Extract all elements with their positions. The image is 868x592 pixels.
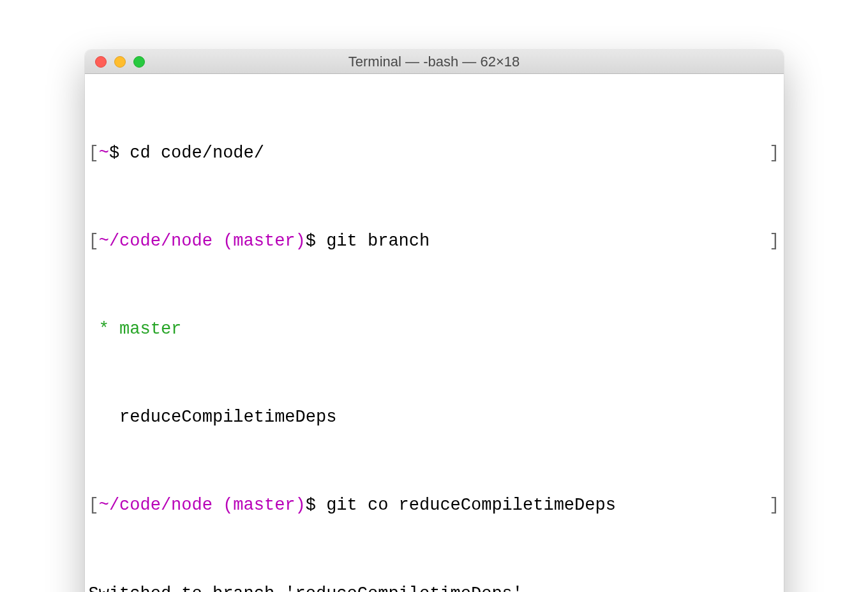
output-text: Switched to branch 'reduceCompiletimeDep… [89, 584, 523, 592]
command-text: git branch [326, 232, 430, 251]
titlebar[interactable]: Terminal — -bash — 62×18 [85, 50, 784, 74]
close-button[interactable] [95, 56, 107, 68]
minimize-button[interactable] [114, 56, 126, 68]
prompt-path: ~/code/node (master) [99, 232, 306, 251]
terminal-line: [~$ cd code/node/ ] [89, 142, 780, 165]
branch-indent [89, 408, 120, 427]
prompt-dollar: $ [109, 144, 130, 163]
prompt-bracket: ] [769, 230, 779, 253]
prompt-bracket: ] [769, 494, 779, 517]
terminal-line: * master [89, 318, 780, 341]
branch-current-marker: * [89, 320, 120, 339]
terminal-line: [~/code/node (master)$ git co reduceComp… [89, 494, 780, 517]
prompt-bracket: [ [89, 496, 99, 515]
prompt-dollar: $ [306, 496, 326, 515]
branch-name: reduceCompiletimeDeps [119, 408, 336, 427]
prompt-bracket: [ [89, 144, 99, 163]
prompt-dollar: $ [306, 232, 326, 251]
terminal-line: reduceCompiletimeDeps [89, 406, 780, 429]
terminal-window: Terminal — -bash — 62×18 [~$ cd code/nod… [85, 50, 784, 592]
terminal-line: Switched to branch 'reduceCompiletimeDep… [89, 583, 780, 592]
prompt-bracket: ] [769, 142, 779, 165]
maximize-button[interactable] [133, 56, 145, 68]
terminal-content[interactable]: [~$ cd code/node/ ] [~/code/node (master… [85, 74, 784, 592]
terminal-line: [~/code/node (master)$ git branch ] [89, 230, 780, 253]
window-title: Terminal — -bash — 62×18 [85, 54, 784, 70]
prompt-path: ~/code/node (master) [99, 496, 306, 515]
command-text: cd code/node/ [130, 144, 264, 163]
prompt-bracket: [ [89, 232, 99, 251]
branch-name-current: master [119, 320, 181, 339]
command-text: git co reduceCompiletimeDeps [326, 496, 616, 515]
traffic-lights [85, 56, 145, 68]
prompt-path: ~ [99, 144, 109, 163]
